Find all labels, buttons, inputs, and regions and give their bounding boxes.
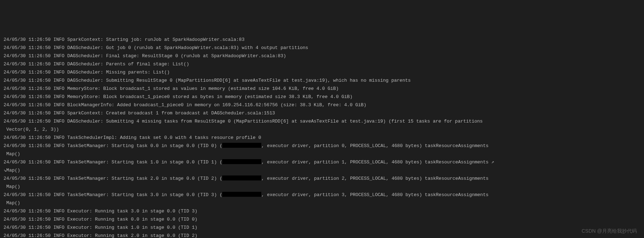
redacted-block	[222, 192, 261, 197]
log-line: 24/05/30 11:26:50 INFO SparkContext: Sta…	[4, 36, 640, 44]
log-line-redacted: 24/05/30 11:26:50 INFO TaskSetManager: S…	[4, 158, 640, 174]
terminal-log-output[interactable]: 24/05/30 11:26:50 INFO SparkContext: Sta…	[4, 36, 640, 238]
log-line: 24/05/30 11:26:50 INFO DAGScheduler: Par…	[4, 60, 640, 68]
log-line: 24/05/30 11:26:50 INFO DAGScheduler: Mis…	[4, 68, 640, 76]
redacted-block	[222, 159, 261, 164]
log-line: 24/05/30 11:26:50 INFO MemoryStore: Bloc…	[4, 85, 640, 93]
log-line: 24/05/30 11:26:50 INFO Executor: Running…	[4, 207, 640, 215]
watermark-text: CSDN @月亮给我抄代码	[582, 227, 637, 235]
log-line-redacted: 24/05/30 11:26:50 INFO TaskSetManager: S…	[4, 174, 640, 191]
log-line: 24/05/30 11:26:50 INFO MemoryStore: Bloc…	[4, 93, 640, 101]
redacted-block	[222, 143, 261, 148]
log-line: 24/05/30 11:26:50 INFO DAGScheduler: Sub…	[4, 76, 640, 85]
log-line: 24/05/30 11:26:50 INFO Executor: Running…	[4, 215, 640, 223]
log-line: 24/05/30 11:26:50 INFO DAGScheduler: Fin…	[4, 52, 640, 60]
log-line: 24/05/30 11:26:50 INFO TaskSchedulerImpl…	[4, 134, 640, 142]
log-line: 24/05/30 11:26:50 INFO Executor: Running…	[4, 223, 640, 232]
redacted-block	[222, 175, 261, 180]
log-line: 24/05/30 11:26:50 INFO SparkContext: Cre…	[4, 109, 640, 117]
log-line-redacted: 24/05/30 11:26:50 INFO TaskSetManager: S…	[4, 142, 640, 158]
log-line: 24/05/30 11:26:50 INFO BlockManagerInfo:…	[4, 101, 640, 109]
log-line: 24/05/30 11:26:50 INFO Executor: Running…	[4, 232, 640, 238]
log-line-redacted: 24/05/30 11:26:50 INFO TaskSetManager: S…	[4, 191, 640, 207]
log-line: 24/05/30 11:26:50 INFO DAGScheduler: Sub…	[4, 117, 640, 134]
log-line: 24/05/30 11:26:50 INFO DAGScheduler: Got…	[4, 44, 640, 52]
